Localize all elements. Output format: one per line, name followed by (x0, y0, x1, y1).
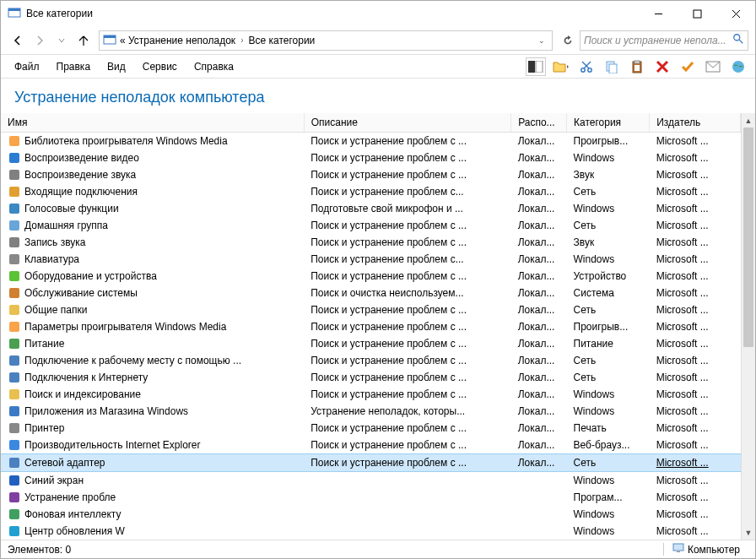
item-cat: Windows (567, 403, 650, 420)
close-button[interactable] (716, 1, 755, 26)
svg-rect-44 (9, 458, 19, 468)
table-row[interactable]: Входящие подключенияПоиск и устранение п… (1, 183, 741, 200)
item-icon (8, 151, 21, 165)
col-header-loc[interactable]: Распо... (511, 113, 567, 133)
table-row[interactable]: Домашняя группаПоиск и устранение пробле… (1, 217, 741, 234)
table-row[interactable]: Подключения к ИнтернетуПоиск и устранени… (1, 369, 741, 386)
col-header-pub[interactable]: Издатель (650, 113, 741, 133)
item-name: Запись звука (24, 236, 86, 248)
minimize-button[interactable] (639, 1, 678, 26)
item-desc: Поиск и устранение проблем с ... (304, 386, 510, 403)
item-pub: Microsoft ... (650, 523, 741, 540)
table-row[interactable]: Обслуживание системыПоиск и очистка неис… (1, 285, 741, 301)
table-row[interactable]: КлавиатураПоиск и устранение проблем с..… (1, 251, 741, 268)
paste-icon[interactable] (627, 57, 647, 76)
item-desc: Поиск и устранение проблем с ... (304, 318, 510, 335)
table-row[interactable]: ПринтерПоиск и устранение проблем с ...Л… (1, 420, 741, 437)
item-pub: Microsoft ... (650, 183, 741, 200)
item-desc (304, 506, 510, 523)
delete-icon[interactable] (652, 57, 672, 76)
menu-file[interactable]: Файл (8, 58, 46, 75)
item-pub: Microsoft ... (650, 166, 741, 183)
folder-dropdown-icon[interactable] (551, 57, 571, 76)
page-heading: Устранение неполадок компьютера (1, 79, 755, 113)
breadcrumb-dropdown[interactable]: ⌄ (538, 36, 548, 45)
table-row[interactable]: Библиотека проигрывателя Windows MediaПо… (1, 133, 741, 150)
item-name: Входящие подключения (24, 186, 138, 198)
item-pub: Microsoft ... (650, 234, 741, 251)
menu-service[interactable]: Сервис (136, 58, 184, 75)
col-header-cat[interactable]: Категория (567, 113, 650, 133)
col-header-name[interactable]: Имя (1, 113, 304, 133)
item-name: Питание (24, 338, 64, 350)
menu-view[interactable]: Вид (100, 58, 132, 75)
vertical-scrollbar[interactable]: ▲ ▼ (741, 113, 755, 540)
item-pub: Microsoft ... (650, 472, 741, 490)
recent-dropdown[interactable] (51, 30, 72, 51)
menu-help[interactable]: Справка (187, 58, 240, 75)
breadcrumb-part2[interactable]: Все категории (248, 35, 315, 46)
table-row[interactable]: Производительность Internet ExplorerПоис… (1, 437, 741, 454)
troubleshooters-table: Имя Описание Распо... Категория Издатель… (1, 113, 741, 540)
table-row[interactable]: Запись звукаПоиск и устранение проблем с… (1, 234, 741, 251)
item-name: Общие папки (24, 304, 87, 316)
table-row[interactable]: Приложения из Магазина WindowsУстранение… (1, 403, 741, 420)
item-desc: Поиск и очистка неиспользуем... (304, 285, 510, 301)
svg-rect-17 (609, 64, 617, 73)
col-header-desc[interactable]: Описание (304, 113, 510, 133)
table-row[interactable]: Голосовые функцииПодготовьте свой микроф… (1, 200, 741, 217)
table-row[interactable]: Фоновая интеллектуWindowsMicrosoft ... (1, 506, 741, 523)
item-loc: Локал... (511, 369, 567, 386)
table-row[interactable]: ПитаниеПоиск и устранение проблем с ...Л… (1, 335, 741, 352)
search-input[interactable]: Поиск и устранение непола... (580, 30, 748, 51)
copy-icon[interactable] (602, 57, 622, 76)
breadcrumb-part1[interactable]: « Устранение неполадок (120, 35, 235, 46)
table-row[interactable]: Оборудование и устройстваПоиск и устране… (1, 268, 741, 285)
back-button[interactable] (8, 30, 28, 51)
table-row[interactable]: Устранение проблеПрограм...Microsoft ... (1, 489, 741, 506)
item-pub: Microsoft ... (650, 437, 741, 454)
svg-rect-27 (9, 170, 19, 180)
table-row[interactable]: Синий экранWindowsMicrosoft ... (1, 472, 741, 490)
table-row[interactable]: Общие папкиПоиск и устранение проблем с … (1, 301, 741, 318)
item-desc (304, 472, 510, 490)
scroll-thumb[interactable] (743, 128, 753, 347)
view-mode-icon[interactable] (526, 57, 546, 76)
check-icon[interactable] (678, 57, 698, 76)
item-icon (8, 320, 21, 334)
item-loc: Локал... (511, 268, 567, 285)
table-row[interactable]: Воспроизведение видеоПоиск и устранение … (1, 149, 741, 166)
table-row[interactable]: Подключение к рабочему месту с помощью .… (1, 352, 741, 369)
item-name: Производительность Internet Explorer (24, 439, 201, 451)
mail-icon[interactable] (703, 57, 723, 76)
item-pub: Microsoft ... (650, 149, 741, 166)
item-loc: Локал... (511, 200, 567, 217)
breadcrumb[interactable]: « Устранение неполадок › Все категории ⌄ (99, 30, 553, 51)
item-cat: Сеть (567, 301, 650, 318)
svg-rect-40 (9, 389, 19, 399)
scroll-track[interactable] (742, 347, 755, 525)
table-row[interactable]: Параметры проигрывателя Windows MediaПои… (1, 318, 741, 335)
item-desc: Поиск и устранение проблем с ... (304, 369, 510, 386)
table-row[interactable]: Воспроизведение звукаПоиск и устранение … (1, 166, 741, 183)
scroll-up-button[interactable]: ▲ (742, 113, 755, 128)
maximize-button[interactable] (678, 1, 716, 26)
refresh-button[interactable] (558, 30, 578, 51)
forward-button[interactable] (30, 30, 50, 51)
cut-icon[interactable] (576, 57, 597, 76)
window-title: Все категории (26, 8, 639, 19)
item-name: Синий экран (24, 475, 84, 486)
item-loc: Локал... (511, 420, 567, 437)
table-row[interactable]: Сетевой адаптерПоиск и устранение пробле… (1, 454, 741, 472)
scroll-down-button[interactable]: ▼ (742, 525, 755, 540)
item-desc: Поиск и устранение проблем с ... (304, 166, 510, 183)
table-row[interactable]: Поиск и индексированиеПоиск и устранение… (1, 386, 741, 403)
table-row[interactable]: Центр обновления WWindowsMicrosoft ... (1, 523, 741, 540)
globe-icon[interactable] (728, 57, 748, 76)
up-button[interactable] (73, 30, 94, 51)
menu-edit[interactable]: Правка (50, 58, 98, 75)
item-cat: Windows (567, 251, 650, 268)
search-placeholder: Поиск и устранение непола... (584, 35, 726, 46)
item-desc: Поиск и устранение проблем с ... (304, 301, 510, 318)
item-loc (511, 506, 567, 523)
